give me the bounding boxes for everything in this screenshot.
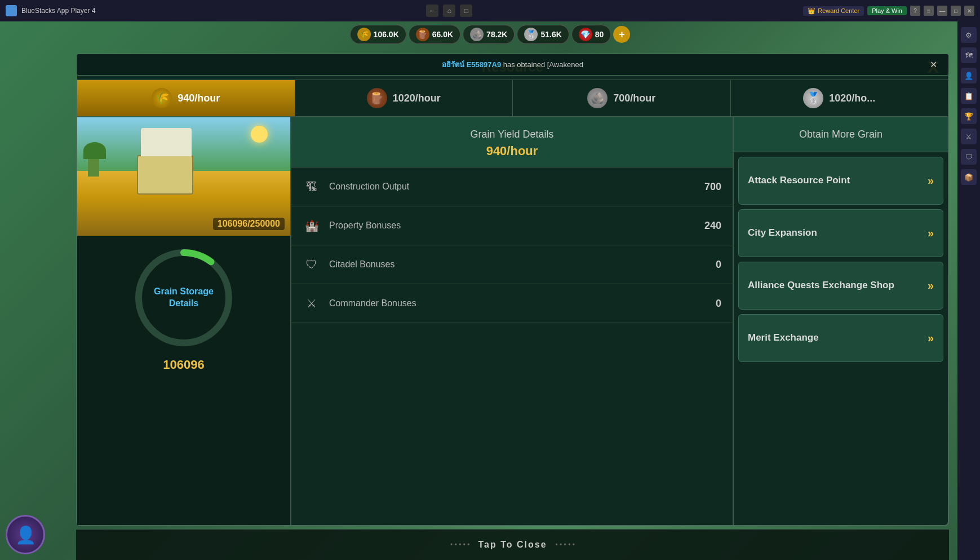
tab-stone[interactable]: 🪨 700/hour xyxy=(513,80,731,116)
tab-stone-label: 700/hour xyxy=(613,92,655,104)
sidebar-btn-3[interactable]: 👤 xyxy=(961,68,977,83)
sidebar-btn-5[interactable]: 🏆 xyxy=(961,108,977,124)
attack-chevron-icon: » xyxy=(928,174,934,187)
obtain-header: Obtain More Grain xyxy=(734,117,948,152)
alliance-chevron-icon: » xyxy=(928,279,934,292)
tab-wood[interactable]: 🪵 1020/hour xyxy=(295,80,513,116)
tree-top-1 xyxy=(83,142,106,159)
notification-player-name: อธิรัตน์ E55897A9 xyxy=(442,59,501,70)
top-bar-right: 👑 Reward Center Play & Win ? ≡ — □ ✕ xyxy=(803,6,974,16)
construction-icon: 🏗 xyxy=(303,178,321,196)
citadel-label: Citadel Bonuses xyxy=(329,259,690,270)
nav-buttons: ← ⌂ □ xyxy=(426,5,472,17)
citadel-icon: 🛡 xyxy=(303,255,321,274)
back-button[interactable]: ← xyxy=(426,5,438,17)
tab-wood-icon: 🪵 xyxy=(367,88,387,108)
app-logo-icon xyxy=(6,5,17,16)
grain-resource[interactable]: 🌾 106.0K xyxy=(350,25,406,44)
stone-amount: 78.2K xyxy=(486,30,507,39)
silver-icon: 🥈 xyxy=(524,28,538,41)
sidebar-btn-8[interactable]: 📦 xyxy=(961,169,977,185)
tab-grain-icon: 🌾 xyxy=(152,88,172,108)
tap-to-close-label: Tap To Close xyxy=(478,540,547,550)
tab-grain[interactable]: 🌾 940/hour xyxy=(77,80,295,116)
yield-row-commander: ⚔ Commander Bonuses 0 xyxy=(291,284,733,323)
yield-value: 940/hour xyxy=(303,144,721,158)
close-window-button[interactable]: ✕ xyxy=(964,6,974,16)
storage-circle-text: Grain Storage Details xyxy=(133,247,234,349)
menu-button[interactable]: ≡ xyxy=(924,6,934,16)
yield-row-citadel: 🛡 Citadel Bonuses 0 xyxy=(291,245,733,284)
special-icon: 💎 xyxy=(579,28,592,41)
add-resource-button[interactable]: + xyxy=(613,26,630,43)
grain-amount: 106.0K xyxy=(374,30,399,39)
merit-exchange-label: Merit Exchange xyxy=(748,332,928,344)
middle-panel: Grain Yield Details 940/hour 🏗 Construct… xyxy=(291,117,734,525)
play-win-label: Play & Win xyxy=(872,7,902,14)
sidebar-btn-7[interactable]: 🛡 xyxy=(961,149,977,165)
forward-button[interactable]: □ xyxy=(460,5,472,17)
wagon xyxy=(137,155,193,195)
player-avatar[interactable]: 👤 xyxy=(6,515,45,554)
alliance-quests-button[interactable]: Alliance Quests Exchange Shop » xyxy=(738,262,943,310)
tap-dots-left: • • • • • xyxy=(450,541,469,549)
wood-resource[interactable]: 🪵 66.0K xyxy=(409,25,460,44)
bottom-left-area: 👤 xyxy=(6,515,45,554)
storage-count: 106096/250000 xyxy=(213,218,285,230)
sidebar-btn-1[interactable]: ⚙ xyxy=(961,27,977,43)
farm-image: 106096/250000 xyxy=(77,117,290,236)
action-buttons-list: Attack Resource Point » City Expansion »… xyxy=(734,152,948,525)
storage-label-2: Details xyxy=(169,298,198,310)
storage-label: Grain Storage xyxy=(154,286,214,298)
tab-wood-label: 1020/hour xyxy=(393,92,441,104)
side-toolbar: ⚙ 🗺 👤 📋 🏆 ⚔ 🛡 📦 xyxy=(957,21,980,560)
commander-icon: ⚔ xyxy=(303,294,321,312)
tap-dots-right: • • • • • xyxy=(556,541,575,549)
silver-resource[interactable]: 🥈 51.6K xyxy=(517,25,569,44)
stone-icon: 🪨 xyxy=(470,28,484,41)
construction-value: 700 xyxy=(699,181,721,193)
reward-center-button[interactable]: 👑 Reward Center xyxy=(803,6,864,16)
top-bar-left: BlueStacks App Player 4 xyxy=(6,5,95,16)
commander-label: Commander Bonuses xyxy=(329,298,690,308)
yield-header: Grain Yield Details 940/hour xyxy=(291,117,733,167)
silver-amount: 51.6K xyxy=(540,30,561,39)
sidebar-btn-6[interactable]: ⚔ xyxy=(961,129,977,144)
tab-stone-icon: 🪨 xyxy=(587,88,607,108)
special-amount: 80 xyxy=(595,30,604,39)
stone-resource[interactable]: 🪨 78.2K xyxy=(463,25,515,44)
wood-amount: 66.0K xyxy=(432,30,453,39)
yield-rows: 🏗 Construction Output 700 🏰 Property Bon… xyxy=(291,167,733,525)
obtain-title: Obtain More Grain xyxy=(799,129,883,140)
special-resource[interactable]: 💎 80 xyxy=(571,25,611,44)
left-panel: 106096/250000 Grain Storage Details 1060… xyxy=(77,117,291,525)
crown-icon: 👑 xyxy=(808,7,815,15)
sidebar-btn-2[interactable]: 🗺 xyxy=(961,47,977,63)
grain-icon: 🌾 xyxy=(357,28,371,41)
yield-row-construction: 🏗 Construction Output 700 xyxy=(291,167,733,206)
play-win-button[interactable]: Play & Win xyxy=(867,6,907,15)
city-expansion-chevron-icon: » xyxy=(928,227,934,240)
yield-title: Grain Yield Details xyxy=(303,129,721,140)
minimize-button[interactable]: — xyxy=(937,6,947,16)
sidebar-btn-4[interactable]: 📋 xyxy=(961,88,977,104)
city-expansion-button[interactable]: City Expansion » xyxy=(738,209,943,257)
alliance-quests-label: Alliance Quests Exchange Shop xyxy=(748,279,928,292)
attack-resource-label: Attack Resource Point xyxy=(748,174,928,187)
home-button[interactable]: ⌂ xyxy=(443,5,455,17)
help-button[interactable]: ? xyxy=(910,6,920,16)
maximize-button[interactable]: □ xyxy=(951,6,961,16)
tap-to-close-bar[interactable]: • • • • • Tap To Close • • • • • xyxy=(76,529,949,560)
tab-grain-label: 940/hour xyxy=(178,92,220,104)
attack-resource-point-button[interactable]: Attack Resource Point » xyxy=(738,157,943,205)
storage-number: 106096 xyxy=(163,358,204,372)
property-value: 240 xyxy=(699,220,721,232)
storage-circle: Grain Storage Details xyxy=(133,247,234,349)
merit-exchange-button[interactable]: Merit Exchange » xyxy=(738,314,943,362)
construction-label: Construction Output xyxy=(329,182,690,192)
tab-silver[interactable]: 🥈 1020/ho... xyxy=(731,80,948,116)
dialog-body: 106096/250000 Grain Storage Details 1060… xyxy=(77,117,948,525)
citadel-value: 0 xyxy=(699,259,721,271)
notification-close-button[interactable]: ✕ xyxy=(930,59,937,70)
sun-icon xyxy=(251,126,268,143)
